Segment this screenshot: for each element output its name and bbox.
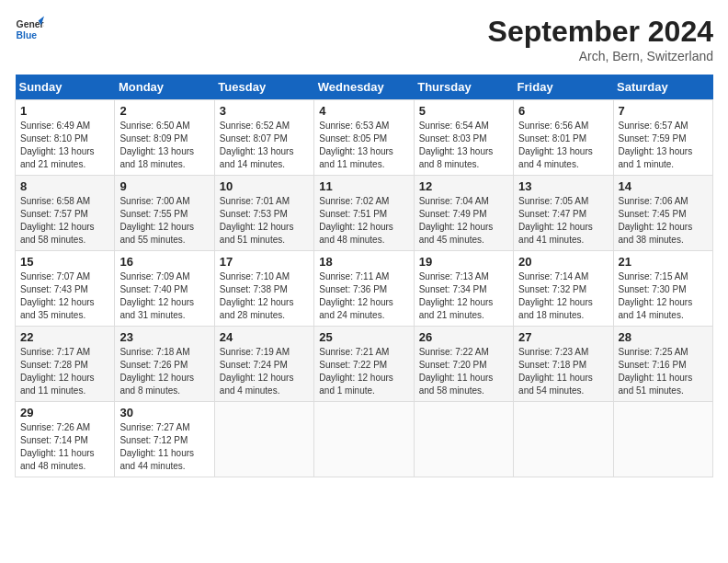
logo: General Blue	[15, 15, 44, 44]
calendar-week-row: 29Sunrise: 7:26 AM Sunset: 7:14 PM Dayli…	[16, 402, 713, 477]
calendar-day-cell: 12Sunrise: 7:04 AM Sunset: 7:49 PM Dayli…	[414, 176, 513, 251]
day-of-week-header: Friday	[514, 75, 613, 100]
calendar-week-row: 22Sunrise: 7:17 AM Sunset: 7:28 PM Dayli…	[16, 327, 713, 402]
day-number: 20	[518, 255, 608, 269]
day-info: Sunrise: 7:01 AM Sunset: 7:53 PM Dayligh…	[220, 195, 309, 247]
day-number: 5	[419, 104, 508, 118]
calendar-day-cell: 16Sunrise: 7:09 AM Sunset: 7:40 PM Dayli…	[115, 251, 214, 327]
day-number: 30	[119, 406, 209, 419]
calendar-day-cell: 23Sunrise: 7:18 AM Sunset: 7:26 PM Dayli…	[115, 327, 214, 402]
calendar-week-row: 15Sunrise: 7:07 AM Sunset: 7:43 PM Dayli…	[16, 251, 713, 327]
calendar-day-cell: 9Sunrise: 7:00 AM Sunset: 7:55 PM Daylig…	[115, 176, 214, 251]
day-info: Sunrise: 7:15 AM Sunset: 7:30 PM Dayligh…	[619, 270, 708, 322]
day-info: Sunrise: 7:21 AM Sunset: 7:22 PM Dayligh…	[319, 346, 408, 397]
day-info: Sunrise: 6:54 AM Sunset: 8:03 PM Dayligh…	[419, 120, 508, 171]
calendar-day-cell: 18Sunrise: 7:11 AM Sunset: 7:36 PM Dayli…	[314, 251, 414, 327]
calendar-day-cell	[613, 402, 712, 477]
day-info: Sunrise: 7:26 AM Sunset: 7:14 PM Dayligh…	[20, 421, 109, 473]
day-info: Sunrise: 6:52 AM Sunset: 8:07 PM Dayligh…	[220, 120, 309, 171]
calendar-day-cell	[414, 402, 513, 477]
calendar-day-cell: 7Sunrise: 6:57 AM Sunset: 7:59 PM Daylig…	[613, 100, 712, 176]
day-number: 15	[20, 255, 109, 269]
day-number: 14	[619, 179, 708, 193]
day-number: 19	[419, 255, 508, 269]
calendar-day-cell: 21Sunrise: 7:15 AM Sunset: 7:30 PM Dayli…	[613, 251, 712, 327]
calendar-day-cell: 11Sunrise: 7:02 AM Sunset: 7:51 PM Dayli…	[314, 176, 414, 251]
calendar-day-cell: 8Sunrise: 6:58 AM Sunset: 7:57 PM Daylig…	[16, 176, 115, 251]
calendar-day-cell: 29Sunrise: 7:26 AM Sunset: 7:14 PM Dayli…	[16, 402, 115, 477]
day-number: 16	[119, 255, 209, 269]
day-info: Sunrise: 7:22 AM Sunset: 7:20 PM Dayligh…	[419, 346, 508, 397]
calendar-day-cell: 15Sunrise: 7:07 AM Sunset: 7:43 PM Dayli…	[16, 251, 115, 327]
day-number: 8	[20, 179, 109, 193]
calendar-day-cell: 14Sunrise: 7:06 AM Sunset: 7:45 PM Dayli…	[613, 176, 712, 251]
day-number: 6	[518, 104, 608, 118]
day-info: Sunrise: 6:50 AM Sunset: 8:09 PM Dayligh…	[119, 120, 209, 171]
calendar-day-cell: 28Sunrise: 7:25 AM Sunset: 7:16 PM Dayli…	[613, 327, 712, 402]
title-block: September 2024 Arch, Bern, Switzerland	[488, 15, 713, 63]
day-info: Sunrise: 7:19 AM Sunset: 7:24 PM Dayligh…	[220, 346, 309, 397]
day-info: Sunrise: 7:09 AM Sunset: 7:40 PM Dayligh…	[119, 270, 209, 322]
day-of-week-header: Wednesday	[314, 75, 414, 100]
day-info: Sunrise: 7:02 AM Sunset: 7:51 PM Dayligh…	[319, 195, 408, 247]
day-number: 4	[319, 104, 408, 118]
day-number: 26	[419, 330, 508, 344]
calendar-day-cell: 6Sunrise: 6:56 AM Sunset: 8:01 PM Daylig…	[514, 100, 613, 176]
day-info: Sunrise: 7:05 AM Sunset: 7:47 PM Dayligh…	[518, 195, 608, 247]
day-number: 17	[220, 255, 309, 269]
calendar-day-cell: 25Sunrise: 7:21 AM Sunset: 7:22 PM Dayli…	[314, 327, 414, 402]
day-info: Sunrise: 7:27 AM Sunset: 7:12 PM Dayligh…	[119, 421, 209, 473]
calendar-day-cell: 4Sunrise: 6:53 AM Sunset: 8:05 PM Daylig…	[314, 100, 414, 176]
day-number: 1	[20, 104, 109, 118]
day-of-week-header: Sunday	[16, 75, 115, 100]
calendar-day-cell: 22Sunrise: 7:17 AM Sunset: 7:28 PM Dayli…	[16, 327, 115, 402]
day-info: Sunrise: 7:14 AM Sunset: 7:32 PM Dayligh…	[518, 270, 608, 322]
day-number: 9	[119, 179, 209, 193]
day-number: 12	[419, 179, 508, 193]
location-subtitle: Arch, Bern, Switzerland	[488, 49, 713, 63]
day-of-week-header: Tuesday	[214, 75, 313, 100]
day-number: 3	[220, 104, 309, 118]
day-info: Sunrise: 7:00 AM Sunset: 7:55 PM Dayligh…	[119, 195, 209, 247]
day-info: Sunrise: 7:18 AM Sunset: 7:26 PM Dayligh…	[119, 346, 209, 397]
day-number: 7	[619, 104, 708, 118]
calendar-day-cell: 17Sunrise: 7:10 AM Sunset: 7:38 PM Dayli…	[214, 251, 313, 327]
day-number: 13	[518, 179, 608, 193]
calendar-day-cell	[514, 402, 613, 477]
page-header: General Blue September 2024 Arch, Bern, …	[15, 15, 713, 63]
calendar-day-cell: 24Sunrise: 7:19 AM Sunset: 7:24 PM Dayli…	[214, 327, 313, 402]
day-info: Sunrise: 7:25 AM Sunset: 7:16 PM Dayligh…	[619, 346, 708, 397]
day-number: 21	[619, 255, 708, 269]
day-info: Sunrise: 7:06 AM Sunset: 7:45 PM Dayligh…	[619, 195, 708, 247]
calendar-day-cell: 10Sunrise: 7:01 AM Sunset: 7:53 PM Dayli…	[214, 176, 313, 251]
day-info: Sunrise: 6:58 AM Sunset: 7:57 PM Dayligh…	[20, 195, 109, 247]
day-info: Sunrise: 7:17 AM Sunset: 7:28 PM Dayligh…	[20, 346, 109, 397]
day-of-week-header: Thursday	[414, 75, 513, 100]
calendar-day-cell: 5Sunrise: 6:54 AM Sunset: 8:03 PM Daylig…	[414, 100, 513, 176]
calendar-day-cell: 1Sunrise: 6:49 AM Sunset: 8:10 PM Daylig…	[16, 100, 115, 176]
day-info: Sunrise: 7:23 AM Sunset: 7:18 PM Dayligh…	[518, 346, 608, 397]
day-of-week-header: Monday	[115, 75, 214, 100]
logo-icon: General Blue	[15, 15, 44, 44]
day-number: 27	[518, 330, 608, 344]
day-number: 25	[319, 330, 408, 344]
month-title: September 2024	[488, 15, 713, 49]
day-info: Sunrise: 6:57 AM Sunset: 7:59 PM Dayligh…	[619, 120, 708, 171]
day-info: Sunrise: 7:07 AM Sunset: 7:43 PM Dayligh…	[20, 270, 109, 322]
day-number: 2	[119, 104, 209, 118]
svg-text:Blue: Blue	[17, 30, 38, 40]
day-info: Sunrise: 7:10 AM Sunset: 7:38 PM Dayligh…	[220, 270, 309, 322]
calendar-table: SundayMondayTuesdayWednesdayThursdayFrid…	[15, 75, 713, 477]
calendar-day-cell: 26Sunrise: 7:22 AM Sunset: 7:20 PM Dayli…	[414, 327, 513, 402]
day-number: 18	[319, 255, 408, 269]
day-info: Sunrise: 7:13 AM Sunset: 7:34 PM Dayligh…	[419, 270, 508, 322]
day-info: Sunrise: 6:49 AM Sunset: 8:10 PM Dayligh…	[20, 120, 109, 171]
calendar-day-cell: 2Sunrise: 6:50 AM Sunset: 8:09 PM Daylig…	[115, 100, 214, 176]
day-number: 10	[220, 179, 309, 193]
calendar-day-cell: 20Sunrise: 7:14 AM Sunset: 7:32 PM Dayli…	[514, 251, 613, 327]
calendar-day-cell: 30Sunrise: 7:27 AM Sunset: 7:12 PM Dayli…	[115, 402, 214, 477]
day-number: 28	[619, 330, 708, 344]
calendar-day-cell: 13Sunrise: 7:05 AM Sunset: 7:47 PM Dayli…	[514, 176, 613, 251]
calendar-day-cell: 27Sunrise: 7:23 AM Sunset: 7:18 PM Dayli…	[514, 327, 613, 402]
day-number: 23	[119, 330, 209, 344]
